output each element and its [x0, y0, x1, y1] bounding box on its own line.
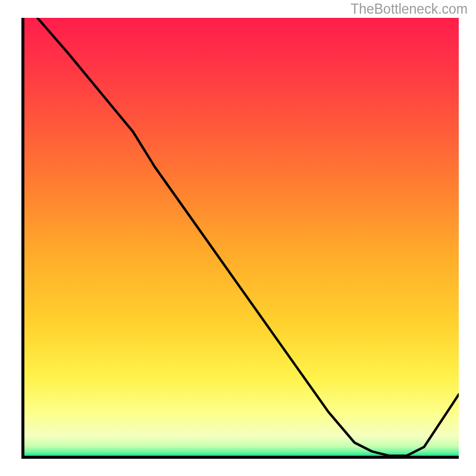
chart-frame: TheBottleneck.com: [0, 0, 476, 476]
attribution-text: TheBottleneck.com: [350, 1, 468, 17]
series-line: [24, 18, 459, 456]
plot-area: [21, 18, 459, 459]
